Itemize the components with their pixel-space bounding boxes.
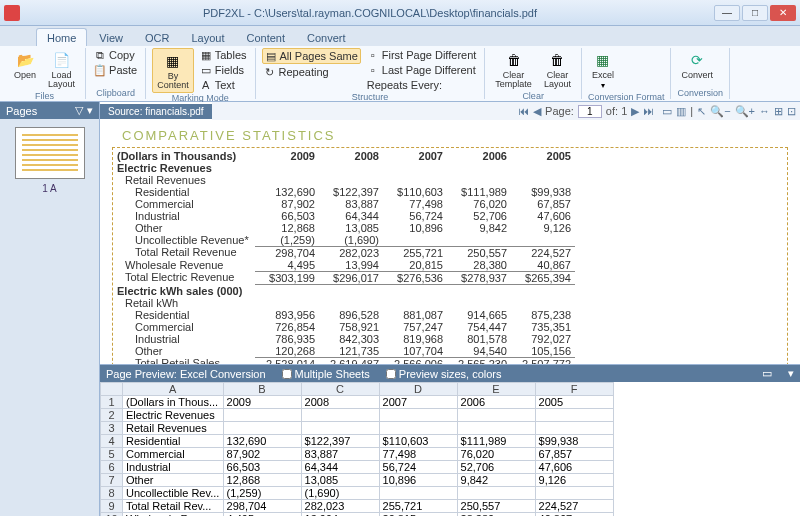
tool-a-button[interactable]: ⊞ (774, 105, 783, 118)
ribbon-group-conversion: ⟳Convert Conversion (671, 48, 730, 99)
paste-icon: 📋 (94, 64, 106, 76)
tab-convert[interactable]: Convert (297, 29, 356, 46)
tab-ocr[interactable]: OCR (135, 29, 179, 46)
tool-unknown-1[interactable]: ▭ (662, 105, 672, 118)
fit-width-button[interactable]: ↔ (759, 105, 770, 117)
close-button[interactable]: ✕ (770, 5, 796, 21)
preview-sizes-checkbox[interactable]: Preview sizes, colors (386, 368, 502, 380)
text-button[interactable]: AText (198, 78, 249, 92)
table-icon: ▦ (200, 49, 212, 61)
preview-header: Page Preview: Excel Conversion Multiple … (100, 365, 800, 382)
doc-title: COMPARATIVE STATISTICS (122, 128, 788, 143)
repeats-every-label: Repeats Every: (365, 78, 479, 92)
content-icon: ▦ (163, 51, 183, 71)
field-icon: ▭ (200, 64, 212, 76)
preview-grid[interactable]: ABCDEF1(Dollars in Thous...2009200820072… (100, 382, 800, 516)
app-logo-icon (4, 5, 20, 21)
clear-template-button[interactable]: 🗑Clear Template (491, 48, 536, 91)
fields-button[interactable]: ▭Fields (198, 63, 249, 77)
ribbon-group-clipboard: ⧉Copy 📋Paste Clipboard (86, 48, 146, 99)
text-icon: A (200, 79, 212, 91)
title-bar: PDF2XL - C:\Users\tal.rayman.COGNILOCAL\… (0, 0, 800, 26)
first-page-button[interactable]: ⏮ (518, 105, 529, 117)
first-page-diff-button[interactable]: ▫First Page Different (365, 48, 479, 62)
source-label: Source: financials.pdf (100, 104, 212, 119)
clear-layout-button[interactable]: 🗑Clear Layout (540, 48, 575, 91)
window-title: PDF2XL - C:\Users\tal.rayman.COGNILOCAL\… (26, 7, 714, 19)
minimize-button[interactable]: — (714, 5, 740, 21)
ribbon-group-marking: ▦By Content ▦Tables ▭Fields AText Markin… (146, 48, 255, 99)
next-page-button[interactable]: ▶ (631, 105, 639, 118)
ribbon-group-structure: ▤All Pages Same ↻Repeating ▫First Page D… (256, 48, 486, 99)
document-view[interactable]: COMPARATIVE STATISTICS (Dollars in Thous… (100, 120, 800, 364)
zoom-out-button[interactable]: 🔍− (710, 105, 730, 118)
ribbon-group-files: 📂Open 📄Load Layout Files (4, 48, 86, 99)
convert-icon: ⟳ (687, 50, 707, 70)
filter-icon[interactable]: ▽ (75, 104, 83, 117)
load-layout-button[interactable]: 📄Load Layout (44, 48, 79, 91)
ribbon-group-clear: 🗑Clear Template 🗑Clear Layout Clear (485, 48, 582, 99)
tables-button[interactable]: ▦Tables (198, 48, 249, 62)
page-number-input[interactable] (578, 105, 602, 118)
page-thumbnail[interactable] (15, 127, 85, 179)
excel-icon: ▦ (593, 50, 613, 70)
tool-unknown-2[interactable]: ▥ (676, 105, 686, 118)
repeat-icon: ↻ (264, 66, 276, 78)
pointer-tool-button[interactable]: ↖ (697, 105, 706, 118)
prev-page-button[interactable]: ◀ (533, 105, 541, 118)
pages-panel-header: Pages ▽▾ (0, 102, 99, 119)
tab-view[interactable]: View (89, 29, 133, 46)
clear-template-icon: 🗑 (504, 50, 524, 70)
last-page-diff-button[interactable]: ▫Last Page Different (365, 63, 479, 77)
thumbnail-label: 1 A (0, 183, 99, 194)
tab-layout[interactable]: Layout (181, 29, 234, 46)
zoom-in-button[interactable]: 🔍+ (735, 105, 755, 118)
dropdown-icon[interactable]: ▾ (87, 104, 93, 117)
source-bar: Source: financials.pdf ⏮ ◀ Page: of: 1 ▶… (100, 102, 800, 120)
open-button[interactable]: 📂Open (10, 48, 40, 82)
preview-tool-1[interactable]: ▭ (762, 367, 772, 380)
copy-icon: ⧉ (94, 49, 106, 61)
last-page-button[interactable]: ⏭ (643, 105, 654, 117)
ribbon-group-conversion-format: ▦Excel▾ Conversion Format (582, 48, 672, 99)
convert-button[interactable]: ⟳Convert (677, 48, 717, 82)
pages-panel: Pages ▽▾ 1 A (0, 102, 100, 516)
copy-button[interactable]: ⧉Copy (92, 48, 139, 62)
repeating-button[interactable]: ↻Repeating (262, 65, 361, 79)
excel-format-button[interactable]: ▦Excel▾ (588, 48, 618, 92)
clear-layout-icon: 🗑 (547, 50, 567, 70)
multiple-sheets-checkbox[interactable]: Multiple Sheets (282, 368, 370, 380)
layout-icon: 📄 (52, 50, 72, 70)
maximize-button[interactable]: □ (742, 5, 768, 21)
pages-icon: ▤ (265, 50, 277, 62)
tab-content[interactable]: Content (236, 29, 295, 46)
folder-open-icon: 📂 (15, 50, 35, 70)
tool-b-button[interactable]: ⊡ (787, 105, 796, 118)
chevron-down-icon: ▾ (601, 81, 605, 90)
preview-tool-2[interactable]: ▾ (788, 367, 794, 380)
all-pages-same-button[interactable]: ▤All Pages Same (262, 48, 361, 64)
doc-table: (Dollars in Thousands)200920082007200620… (112, 147, 788, 364)
ribbon: 📂Open 📄Load Layout Files ⧉Copy 📋Paste Cl… (0, 46, 800, 102)
by-content-button[interactable]: ▦By Content (152, 48, 194, 93)
tab-home[interactable]: Home (36, 28, 87, 46)
ribbon-tabs: Home View OCR Layout Content Convert (0, 26, 800, 46)
preview-panel: Page Preview: Excel Conversion Multiple … (100, 364, 800, 516)
paste-button[interactable]: 📋Paste (92, 63, 139, 77)
